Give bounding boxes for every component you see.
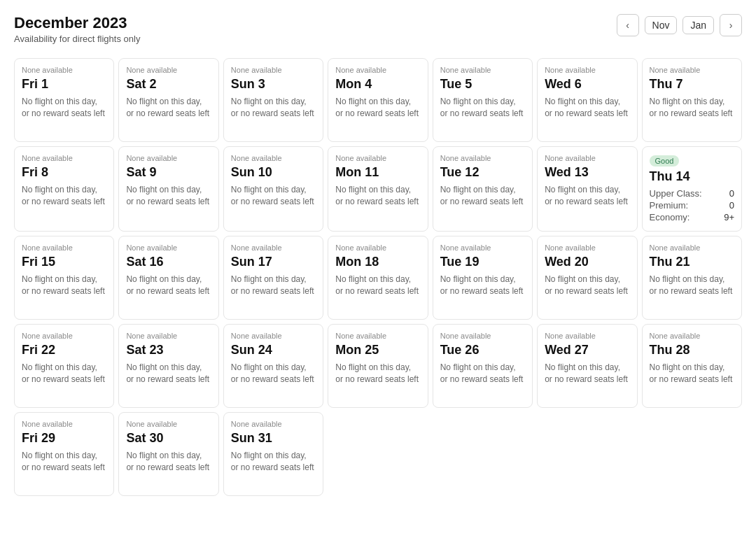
day-cell-sun17[interactable]: None availableSun 17No flight on this da…: [223, 236, 323, 320]
day-cell-sat30[interactable]: None availableSat 30No flight on this da…: [118, 412, 218, 496]
day-desc-thu21: No flight on this day, or no reward seat…: [650, 274, 734, 297]
day-cell-mon11[interactable]: None availableMon 11No flight on this da…: [328, 146, 428, 232]
day-cell-sat16[interactable]: None availableSat 16No flight on this da…: [118, 236, 218, 320]
prev-month-label[interactable]: Nov: [645, 16, 678, 34]
day-desc-sat16: No flight on this day, or no reward seat…: [126, 274, 211, 297]
day-desc-sun10: No flight on this day, or no reward seat…: [231, 184, 316, 208]
day-cell-mon18[interactable]: None availableMon 18No flight on this da…: [328, 236, 428, 320]
day-label-thu28: Thu 28: [650, 343, 734, 358]
month-navigation: ‹ Nov Jan ›: [617, 14, 742, 36]
day-label-mon4: Mon 4: [335, 77, 420, 92]
day-desc-sat23: No flight on this day, or no reward seat…: [126, 362, 211, 385]
day-desc-thu28: No flight on this day, or no reward seat…: [650, 362, 734, 385]
day-desc-thu7: No flight on this day, or no reward seat…: [650, 96, 734, 120]
day-cell-fri8[interactable]: None availableFri 8No flight on this day…: [14, 146, 114, 232]
day-cell-tue26[interactable]: None availableTue 26No flight on this da…: [433, 324, 533, 408]
day-cell-sun24[interactable]: None availableSun 24No flight on this da…: [223, 324, 323, 408]
status-badge-sat23: None available: [126, 332, 211, 340]
day-cell-sun10[interactable]: None availableSun 10No flight on this da…: [223, 146, 323, 232]
day-desc-mon11: No flight on this day, or no reward seat…: [335, 184, 420, 208]
status-badge-fri15: None available: [22, 243, 106, 252]
day-label-sat9: Sat 9: [126, 165, 211, 180]
status-badge-sun31: None available: [231, 420, 316, 428]
day-cell-sat9[interactable]: None availableSat 9No flight on this day…: [118, 146, 218, 232]
day-desc-fri22: No flight on this day, or no reward seat…: [22, 362, 106, 385]
status-badge-sun17: None available: [231, 243, 316, 252]
status-badge-thu14: Good: [650, 155, 680, 167]
day-cell-wed6[interactable]: None availableWed 6No flight on this day…: [537, 58, 637, 142]
next-month-button[interactable]: ›: [720, 14, 742, 36]
day-desc-mon25: No flight on this day, or no reward seat…: [335, 362, 420, 385]
status-badge-sat30: None available: [126, 420, 211, 428]
day-label-tue26: Tue 26: [440, 343, 525, 358]
day-label-fri8: Fri 8: [22, 165, 106, 180]
day-desc-tue5: No flight on this day, or no reward seat…: [440, 96, 525, 120]
day-label-wed27: Wed 27: [545, 343, 629, 358]
prev-month-button[interactable]: ‹: [617, 14, 639, 36]
day-desc-mon4: No flight on this day, or no reward seat…: [335, 96, 420, 120]
day-cell-tue5[interactable]: None availableTue 5No flight on this day…: [433, 58, 533, 142]
day-cell-wed13[interactable]: None availableWed 13No flight on this da…: [537, 146, 637, 232]
day-desc-wed13: No flight on this day, or no reward seat…: [545, 184, 629, 208]
day-cell-fri29[interactable]: None availableFri 29No flight on this da…: [14, 412, 114, 496]
day-cell-mon4[interactable]: None availableMon 4No flight on this day…: [328, 58, 428, 142]
day-cell-thu21[interactable]: None availableThu 21No flight on this da…: [642, 236, 742, 320]
day-desc-fri1: No flight on this day, or no reward seat…: [22, 96, 106, 120]
day-desc-sun31: No flight on this day, or no reward seat…: [231, 450, 316, 474]
day-cell-mon25[interactable]: None availableMon 25No flight on this da…: [328, 324, 428, 408]
day-desc-tue19: No flight on this day, or no reward seat…: [440, 274, 525, 297]
status-badge-tue19: None available: [440, 243, 525, 252]
day-cell-wed20[interactable]: None availableWed 20No flight on this da…: [537, 236, 637, 320]
day-cell-fri1[interactable]: None availableFri 1No flight on this day…: [14, 58, 114, 142]
day-label-wed20: Wed 20: [545, 255, 629, 269]
status-badge-fri1: None available: [22, 66, 106, 74]
seat-row: Economy:9+: [650, 212, 734, 222]
status-badge-sat2: None available: [126, 66, 211, 74]
day-label-fri15: Fri 15: [22, 255, 106, 269]
next-month-label[interactable]: Jan: [682, 16, 714, 34]
calendar-grid: None availableFri 1No flight on this day…: [14, 58, 742, 496]
day-cell-fri22[interactable]: None availableFri 22No flight on this da…: [14, 324, 114, 408]
status-badge-wed6: None available: [545, 66, 629, 74]
day-label-thu7: Thu 7: [650, 77, 734, 92]
day-desc-wed27: No flight on this day, or no reward seat…: [545, 362, 629, 385]
status-badge-mon11: None available: [335, 154, 420, 162]
day-desc-wed6: No flight on this day, or no reward seat…: [545, 96, 629, 120]
day-cell-wed27[interactable]: None availableWed 27No flight on this da…: [537, 324, 637, 408]
day-cell-thu7[interactable]: None availableThu 7No flight on this day…: [642, 58, 742, 142]
day-cell-thu14[interactable]: GoodThu 14Upper Class:0Premium:0Economy:…: [642, 146, 742, 232]
status-badge-sun24: None available: [231, 332, 316, 340]
day-label-fri1: Fri 1: [22, 77, 106, 92]
day-label-thu21: Thu 21: [650, 255, 734, 269]
day-label-sun31: Sun 31: [231, 431, 316, 446]
day-label-sat2: Sat 2: [126, 77, 211, 92]
day-cell-sun31[interactable]: None availableSun 31No flight on this da…: [223, 412, 323, 496]
day-cell-sat2[interactable]: None availableSat 2No flight on this day…: [118, 58, 218, 142]
day-cell-tue19[interactable]: None availableTue 19No flight on this da…: [433, 236, 533, 320]
status-badge-tue5: None available: [440, 66, 525, 74]
day-desc-sun17: No flight on this day, or no reward seat…: [231, 274, 316, 297]
day-desc-fri15: No flight on this day, or no reward seat…: [22, 274, 106, 297]
status-badge-fri8: None available: [22, 154, 106, 162]
day-label-fri22: Fri 22: [22, 343, 106, 358]
day-desc-tue12: No flight on this day, or no reward seat…: [440, 184, 525, 208]
status-badge-fri29: None available: [22, 420, 106, 428]
day-label-tue12: Tue 12: [440, 165, 525, 180]
seat-row: Premium:0: [650, 200, 734, 211]
day-cell-sun3[interactable]: None availableSun 3No flight on this day…: [223, 58, 323, 142]
day-desc-tue26: No flight on this day, or no reward seat…: [440, 362, 525, 385]
day-cell-sat23[interactable]: None availableSat 23No flight on this da…: [118, 324, 218, 408]
status-badge-sat9: None available: [126, 154, 211, 162]
day-cell-thu28[interactable]: None availableThu 28No flight on this da…: [642, 324, 742, 408]
day-label-sun24: Sun 24: [231, 343, 316, 358]
status-badge-sun3: None available: [231, 66, 316, 74]
day-cell-fri15[interactable]: None availableFri 15No flight on this da…: [14, 236, 114, 320]
day-cell-tue12[interactable]: None availableTue 12No flight on this da…: [433, 146, 533, 232]
day-label-tue19: Tue 19: [440, 255, 525, 269]
day-label-sun3: Sun 3: [231, 77, 316, 92]
day-desc-sat30: No flight on this day, or no reward seat…: [126, 450, 211, 474]
day-label-sat30: Sat 30: [126, 431, 211, 446]
day-desc-sun24: No flight on this day, or no reward seat…: [231, 362, 316, 385]
day-label-mon18: Mon 18: [335, 255, 420, 269]
day-desc-mon18: No flight on this day, or no reward seat…: [335, 274, 420, 297]
